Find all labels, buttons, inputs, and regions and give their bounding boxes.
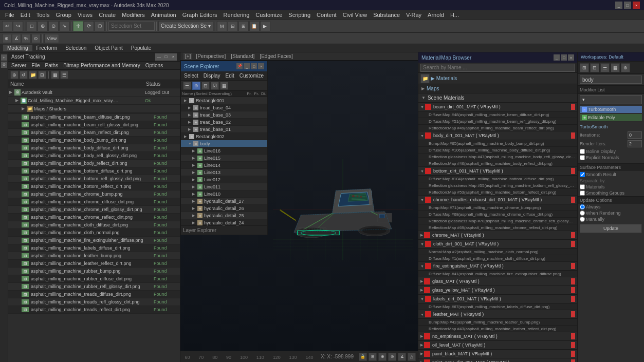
material-header[interactable]: ▶ oil_level_MAT ( VRayMtl ) [418, 341, 577, 350]
material-header[interactable]: ▶ chrome_MAT ( VRayMtl ) [418, 231, 577, 240]
material-sub-item[interactable]: Diffuse:Map #67(asphalt_milling_machine_… [418, 303, 577, 310]
asset-row[interactable]: 🖼 asphalt_milling_machine_labels_diffuse… [8, 244, 180, 252]
menu-views[interactable]: Views [75, 11, 96, 19]
scene-row[interactable]: ▶ ◈ Rectangle001 [181, 97, 267, 104]
modifier-editable-poly[interactable]: ◈ Editable Poly [580, 114, 642, 121]
material-header[interactable]: ▶ glass_yellow_MAT ( VRayMtl ) [418, 286, 577, 295]
scene-explorer-pin[interactable]: 📌 [236, 63, 243, 69]
select-by-name-btn[interactable]: ⊕ [38, 21, 48, 31]
viewport-tag-perspective[interactable]: [Perspective] [194, 53, 227, 60]
scene-row[interactable]: ▼ ◈ body [181, 140, 267, 147]
material-sub-item[interactable]: Reflection:Map #43(asphalt_milling_machi… [418, 326, 577, 332]
material-sub-item[interactable]: Bump:Map #71(asphalt_milling_machine_chr… [418, 204, 577, 211]
asset-row[interactable]: 🖼 asphalt_milling_machine_beam_refl_glos… [8, 121, 180, 129]
asset-row[interactable]: 🖼 asphalt_milling_machine_body_bump_dirt… [8, 137, 180, 144]
material-header[interactable]: ▶ glass_MAT ( VRayMtl ) [418, 277, 577, 286]
material-header[interactable]: ▼ cloth_dirt_001_MAT ( VRayMtl ) [418, 240, 577, 249]
scene-menu-edit[interactable]: Edit [224, 72, 236, 79]
menu-content[interactable]: Content [314, 11, 340, 19]
asset-tb-btn-2[interactable]: ↺ [20, 71, 28, 79]
rect-select-btn[interactable]: ⊙ [48, 21, 59, 31]
left-strip-btn-2[interactable]: ⊙ [1, 62, 7, 68]
asset-row[interactable]: 🖼 asphalt_milling_machine_beam_reflect_d… [8, 129, 180, 137]
redo-btn[interactable]: ↪ [13, 21, 23, 31]
smooth-result-checkbox[interactable] [580, 172, 585, 177]
angle-snap2-btn[interactable]: ∡ [398, 353, 406, 361]
rotate-btn[interactable]: ⟳ [84, 21, 94, 31]
scene-menu-customize[interactable]: Customize [237, 72, 266, 79]
right-tb-btn-1[interactable]: ⊞ [580, 63, 589, 72]
move-btn[interactable]: ✛ [73, 21, 83, 31]
mode-modeling[interactable]: Modeling [3, 45, 32, 51]
asset-row[interactable]: 🖼 asphalt_milling_machine_cloth_normal.p… [8, 229, 180, 237]
left-strip-btn-1[interactable]: + [1, 54, 7, 61]
viewport-tag-standard[interactable]: [Standard] [229, 53, 256, 60]
mat-browser-close[interactable]: × [568, 54, 574, 61]
window-crossing-btn[interactable]: ∿ [59, 21, 69, 31]
scene-row[interactable]: ▶ ◈ tread_base_03 [181, 111, 267, 119]
snaps-toggle-btn[interactable]: ⊕ [2, 34, 11, 43]
close-btn[interactable]: × [633, 2, 640, 9]
scene-row[interactable]: ▶ ◈ Line016 [181, 147, 267, 155]
percent-snap-btn[interactable]: % [22, 34, 31, 43]
asset-row[interactable]: 🖼 asphalt_milling_machine_treads_diffuse… [8, 291, 180, 298]
asset-tb-btn-1[interactable]: ⊕ [10, 71, 19, 79]
material-sub-item[interactable]: Normal:Map #2(asphalt_milling_machine_cl… [418, 249, 577, 255]
mat-search-input[interactable] [420, 64, 575, 72]
material-sub-item[interactable]: Diffuse:Map #1(asphalt_milling_machine_c… [418, 255, 577, 262]
scene-row[interactable]: ▶ ◈ tread_base_04 [181, 104, 267, 111]
scene-tb-btn-5[interactable]: ▦ [220, 82, 228, 90]
asset-menu-server[interactable]: Server [9, 62, 28, 69]
scene-row[interactable]: ▶ ◈ hydraulic_detail_26 [181, 205, 267, 212]
viewport-tag-edged-faces[interactable]: [Edged Faces] [258, 53, 294, 60]
viewport-tag-plus[interactable]: [+] [183, 53, 192, 60]
scene-explorer-close[interactable]: × [258, 63, 264, 69]
menu-vray[interactable]: V-Ray [403, 11, 425, 19]
render-iters-input[interactable] [628, 140, 642, 147]
menu-substance[interactable]: Substance [370, 11, 403, 19]
material-sub-item[interactable]: Reflection:Map #46(asphalt_milling_machi… [418, 160, 577, 167]
scene-tb-btn-3[interactable]: ⊟ [201, 82, 210, 90]
asset-row[interactable]: 🖼 asphalt_milling_machine_rubber_refl_gl… [8, 283, 180, 291]
menu-h[interactable]: H... [447, 11, 462, 19]
asset-row[interactable]: 🖼 asphalt_milling_machine_beam_diffuse_d… [8, 113, 180, 121]
asset-row[interactable]: 🖼 asphalt_milling_machine_chrome_bump.pn… [8, 190, 180, 198]
iterations-input[interactable] [628, 131, 642, 139]
scene-row[interactable]: ▶ ◈ Rectangle002 [181, 133, 267, 140]
mode-selection[interactable]: Selection [61, 45, 90, 51]
material-header[interactable]: ▼ chrome_handles_exhaust_dirt_001_MAT ( … [418, 196, 577, 204]
right-tb-btn-5[interactable]: ⊕ [621, 63, 630, 72]
menu-rendering[interactable]: Rendering [220, 11, 253, 19]
asset-row[interactable]: 🖼 asphalt_milling_machine_rubber_diffuse… [8, 275, 180, 283]
selection-set-input[interactable] [108, 22, 155, 31]
asset-menu-bitmap[interactable]: Bitmap Performance and Memory [61, 62, 142, 69]
layer-explorer-bar[interactable]: Layer Explorer [181, 225, 267, 235]
mode-populate[interactable]: Populate [127, 45, 155, 51]
asset-panel-close[interactable]: × [170, 53, 177, 61]
scene-menu-display[interactable]: Display [201, 72, 223, 79]
asset-row[interactable]: 🖼 asphalt_milling_machine_treads_reflect… [8, 306, 180, 314]
mat-browser-minimize[interactable]: _ [554, 54, 560, 61]
grid-btn[interactable]: ⊞ [369, 353, 377, 361]
asset-row[interactable]: 🖼 asphalt_milling_machine_rubber_bump.pn… [8, 268, 180, 275]
scene-explorer-btn[interactable]: 📋 [249, 21, 260, 31]
surface-params-header[interactable]: Surface Parameters [578, 164, 644, 171]
asset-row[interactable]: 🖼 asphalt_milling_machine_chrome_reflect… [8, 214, 180, 221]
scene-row[interactable]: ▶ ◈ hydraulic_detail_24 [181, 219, 267, 225]
asset-row[interactable]: 🖼 asphalt_milling_machine_body_diffuse_d… [8, 144, 180, 152]
asset-row[interactable]: 🖼 asphalt_milling_machine_leather_reflec… [8, 260, 180, 268]
asset-row[interactable]: 🖼 asphalt_milling_machine_chrome_refl_gl… [8, 206, 180, 214]
scene-row[interactable]: ▶ ◈ hydraulic_detail_25 [181, 212, 267, 219]
render-btn[interactable]: ▶ [260, 21, 270, 31]
right-tb-btn-4[interactable]: ▦ [611, 63, 620, 72]
asset-menu-file[interactable]: File [29, 62, 42, 69]
scene-explorer-minimize[interactable]: _ [244, 63, 250, 69]
maximize-btn[interactable]: □ [624, 2, 631, 9]
mat-btn-materials-folder[interactable]: 📁 [420, 74, 430, 83]
undo-btn[interactable]: ↩ [2, 21, 12, 31]
sep-materials-checkbox[interactable] [580, 184, 585, 189]
scene-tb-btn-2[interactable]: ⊕ [192, 82, 200, 90]
asset-row[interactable]: 🖼 asphalt_milling_machine_fire_extinguis… [8, 237, 180, 244]
scene-row[interactable]: ▶ ◈ Line010 [181, 190, 267, 198]
asset-row[interactable]: 🖼 asphalt_milling_machine_chrome_diffuse… [8, 198, 180, 206]
